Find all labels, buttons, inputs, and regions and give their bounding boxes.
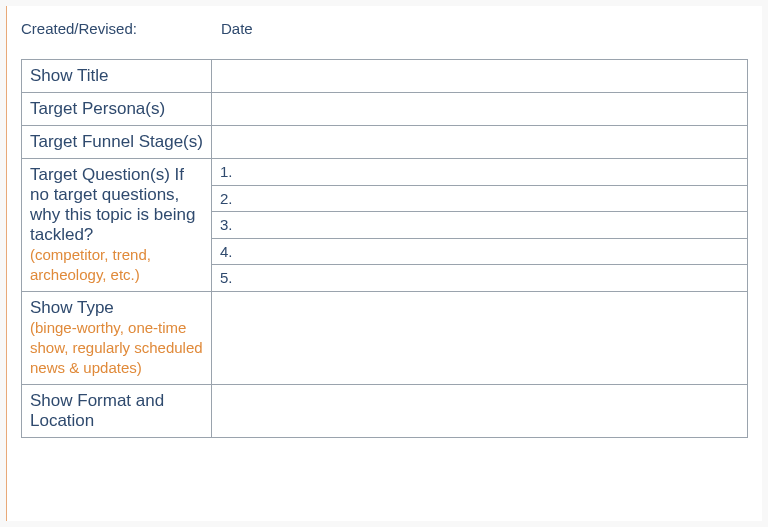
value-target-question-4[interactable]: 4. (212, 238, 748, 265)
created-revised-label: Created/Revised: (21, 20, 221, 37)
value-target-question-1[interactable]: 1. (212, 159, 748, 186)
row-target-personas: Target Persona(s) (22, 93, 748, 126)
label-show-type-main: Show Type (30, 298, 114, 317)
value-show-title[interactable] (212, 60, 748, 93)
label-target-questions-main: Target Question(s) If no target question… (30, 165, 195, 244)
row-show-format: Show Format and Location (22, 385, 748, 438)
value-show-format[interactable] (212, 385, 748, 438)
row-target-funnel: Target Funnel Stage(s) (22, 126, 748, 159)
form-table: Show Title Target Persona(s) Target Funn… (21, 59, 748, 438)
value-target-personas[interactable] (212, 93, 748, 126)
label-show-format: Show Format and Location (22, 385, 212, 438)
label-target-personas: Target Persona(s) (22, 93, 212, 126)
value-target-question-2[interactable]: 2. (212, 185, 748, 212)
value-show-type[interactable] (212, 292, 748, 385)
row-target-questions-1: Target Question(s) If no target question… (22, 159, 748, 186)
row-show-title: Show Title (22, 60, 748, 93)
label-show-title: Show Title (22, 60, 212, 93)
label-show-type-hint: (binge-worthy, one-time show, regularly … (30, 319, 203, 376)
value-target-question-5[interactable]: 5. (212, 265, 748, 292)
label-target-questions: Target Question(s) If no target question… (22, 159, 212, 292)
label-target-funnel: Target Funnel Stage(s) (22, 126, 212, 159)
label-target-questions-hint: (competitor, trend, archeology, etc.) (30, 246, 151, 283)
value-target-question-3[interactable]: 3. (212, 212, 748, 239)
value-target-funnel[interactable] (212, 126, 748, 159)
date-label: Date (221, 20, 253, 37)
row-show-type: Show Type (binge-worthy, one-time show, … (22, 292, 748, 385)
label-show-type: Show Type (binge-worthy, one-time show, … (22, 292, 212, 385)
header-row: Created/Revised: Date (21, 20, 748, 37)
document-page: Created/Revised: Date Show Title Target … (6, 6, 762, 521)
